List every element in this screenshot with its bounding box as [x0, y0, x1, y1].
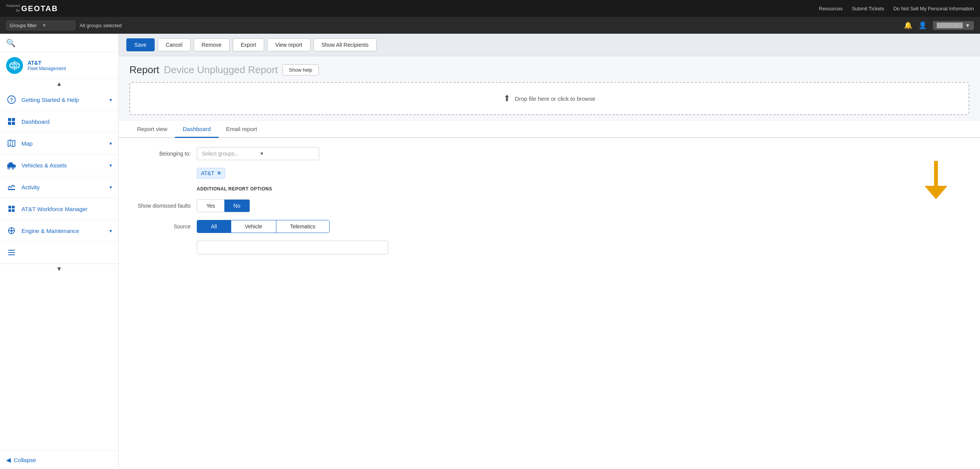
cancel-button[interactable]: Cancel [158, 38, 191, 51]
sidebar-item-engine[interactable]: Engine & Maintenance ▾ [0, 220, 118, 242]
att-title: AT&T [28, 60, 66, 66]
activity-icon [6, 182, 17, 192]
show-dismissed-faults-label: Show dismissed faults [129, 203, 191, 209]
svg-marker-11 [8, 140, 15, 147]
sidebar-item-getting-started[interactable]: ? Getting Started & Help ▾ [0, 89, 118, 111]
save-button[interactable]: Save [126, 38, 155, 51]
source-telematics-button[interactable]: Telematics [276, 220, 329, 233]
sidebar-item-vehicles[interactable]: Vehicles & Assets ▾ [0, 154, 118, 176]
sidebar-item-map[interactable]: Map ▾ [0, 133, 118, 154]
sidebar-item-label: Getting Started & Help [21, 97, 105, 103]
resources-link[interactable]: Resources [819, 6, 843, 11]
sidebar-scroll-down[interactable]: ▼ [0, 264, 118, 274]
user-icon[interactable]: 👤 [918, 21, 927, 30]
user-name-display: ████████ [937, 23, 963, 28]
toolbar: Save Cancel Remove Export View report Sh… [119, 34, 980, 56]
map-arrow: ▾ [109, 141, 112, 146]
groups-filter-select[interactable]: Groups filter ▼ [6, 21, 75, 30]
sidebar-scroll-up[interactable]: ▲ [0, 79, 118, 89]
vehicles-arrow: ▾ [109, 162, 112, 168]
drop-zone[interactable]: ⬆ Drop file here or click to browse [129, 82, 969, 115]
content-area: Save Cancel Remove Export View report Sh… [119, 34, 980, 469]
drop-zone-text: Drop file here or click to browse [515, 95, 595, 102]
getting-started-arrow: ▾ [109, 97, 112, 103]
sidebar-item-label: AT&T Workforce Manager [21, 206, 112, 212]
export-button[interactable]: Export [233, 38, 264, 51]
sidebar-item-dashboard[interactable]: Dashboard [0, 111, 118, 133]
show-help-button[interactable]: Show help [283, 64, 319, 75]
remove-tag-button[interactable]: × [217, 170, 221, 177]
groups-bar-right: 🔔 👤 ████████ ▼ [904, 21, 974, 30]
report-name: Device Unplugged Report [164, 64, 278, 76]
remove-button[interactable]: Remove [194, 38, 230, 51]
svg-rect-7 [8, 118, 11, 121]
workforce-icon [6, 203, 17, 214]
source-row: Source All Vehicle Telematics [129, 220, 969, 233]
sidebar-item-activity[interactable]: Activity ▾ [0, 176, 118, 198]
att-logo-svg [8, 59, 21, 72]
svg-rect-8 [12, 118, 15, 121]
svg-point-17 [12, 167, 14, 169]
belonging-to-row: Belonging to: Select groups... ▼ [129, 147, 969, 160]
sidebar-logo: AT&T Fleet Management [0, 52, 118, 79]
sidebar: 🔍 AT&T Fleet Management ▲ ? [0, 34, 119, 469]
report-label: Report [129, 64, 159, 76]
svg-rect-32 [8, 254, 15, 255]
svg-rect-18 [9, 162, 13, 164]
map-icon [6, 138, 17, 149]
main-layout: 🔍 AT&T Fleet Management ▲ ? [0, 34, 980, 469]
collapse-label: Collapse [14, 457, 36, 463]
tab-report-view[interactable]: Report view [129, 121, 175, 138]
sidebar-search-area[interactable]: 🔍 [0, 34, 118, 52]
more-icon [6, 247, 17, 258]
getting-started-icon: ? [6, 94, 17, 105]
svg-rect-31 [8, 252, 15, 253]
view-report-button[interactable]: View report [267, 38, 310, 51]
submit-tickets-link[interactable]: Submit Tickets [852, 6, 884, 11]
svg-rect-23 [12, 209, 15, 212]
groups-filter-label: Groups filter [10, 23, 39, 28]
form-content: Belonging to: Select groups... ▼ AT&T × … [119, 138, 980, 469]
sidebar-item-label: Vehicles & Assets [21, 162, 105, 169]
source-all-button[interactable]: All [197, 220, 231, 233]
att-logo-text: AT&T Fleet Management [28, 60, 66, 71]
dismissed-faults-yes-button[interactable]: Yes [197, 200, 224, 212]
collapse-icon: ◀ [6, 456, 11, 464]
att-logo-circle [6, 57, 23, 74]
dismissed-faults-toggle: Yes No [197, 199, 250, 212]
sidebar-item-label: Dashboard [21, 118, 112, 125]
dashboard-icon [6, 116, 17, 127]
tabs-bar: Report view Dashboard Email report [119, 121, 980, 138]
geotab-brand: GEOTAB [21, 4, 58, 13]
report-header: Report Device Unplugged Report Show help [119, 56, 980, 82]
sidebar-item-label: Engine & Maintenance [21, 228, 105, 234]
additional-options-title: ADDITIONAL REPORT OPTIONS [197, 186, 969, 192]
search-icon[interactable]: 🔍 [6, 39, 16, 47]
user-dropdown[interactable]: ████████ ▼ [933, 21, 974, 30]
dismissed-faults-no-button[interactable]: No [224, 200, 250, 212]
source-vehicle-button[interactable]: Vehicle [231, 220, 276, 233]
engine-icon [6, 225, 17, 236]
activity-arrow: ▾ [109, 184, 112, 190]
svg-rect-21 [12, 206, 15, 208]
user-dropdown-arrow: ▼ [965, 23, 970, 28]
svg-text:?: ? [10, 97, 13, 103]
notification-icon[interactable]: 🔔 [904, 21, 912, 30]
sidebar-item-att-workforce[interactable]: AT&T Workforce Manager [0, 198, 118, 220]
tag-label: AT&T [201, 170, 214, 176]
select-groups-field[interactable]: Select groups... ▼ [197, 147, 319, 160]
sidebar-collapse[interactable]: ◀ Collapse [0, 451, 118, 469]
sidebar-item-more[interactable] [0, 242, 118, 264]
svg-rect-30 [8, 250, 15, 251]
tab-email-report[interactable]: Email report [219, 121, 265, 138]
sidebar-item-label: Map [21, 140, 105, 147]
vehicles-icon [6, 160, 17, 171]
svg-point-16 [8, 167, 10, 169]
engine-arrow: ▾ [109, 228, 112, 234]
svg-rect-20 [8, 206, 11, 208]
tab-dashboard[interactable]: Dashboard [175, 121, 218, 138]
show-all-recipients-button[interactable]: Show All Recipients [314, 38, 377, 51]
groups-bar-value: All groups selected [80, 23, 122, 28]
do-not-sell-link[interactable]: Do Not Sell My Personal Information [893, 6, 974, 11]
svg-point-25 [10, 230, 13, 232]
